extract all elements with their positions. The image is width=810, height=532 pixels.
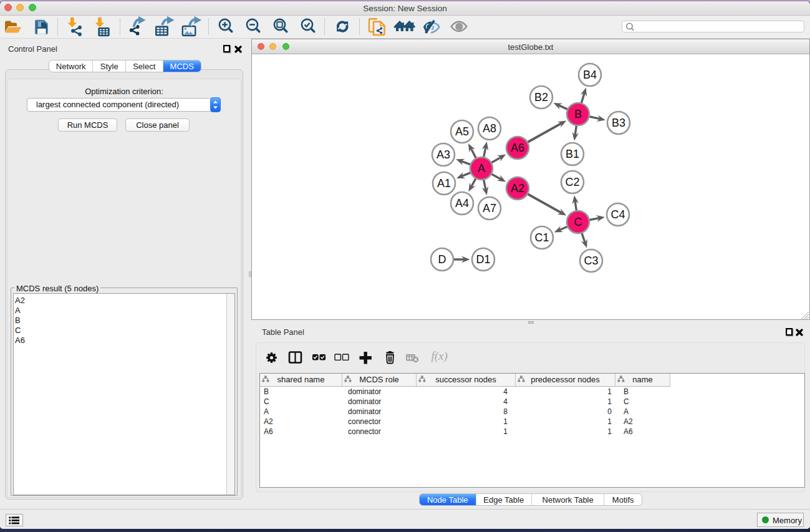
svg-text:C3: C3 [584, 254, 598, 267]
svg-text:A8: A8 [483, 122, 496, 135]
svg-text:A1: A1 [437, 177, 451, 190]
svg-text:A3: A3 [436, 148, 450, 161]
svg-text:C1: C1 [534, 231, 549, 244]
svg-text:A7: A7 [483, 202, 496, 215]
svg-text:C: C [574, 216, 582, 228]
svg-text:C4: C4 [610, 208, 625, 221]
svg-text:A6: A6 [511, 142, 524, 154]
svg-text:f(x): f(x) [432, 349, 448, 363]
svg-text:B3: B3 [612, 117, 625, 129]
svg-text:B1: B1 [566, 148, 579, 160]
svg-text:B2: B2 [534, 91, 548, 104]
svg-text:C2: C2 [565, 176, 579, 188]
svg-text:A5: A5 [455, 125, 469, 138]
svg-text:B: B [574, 108, 582, 120]
svg-text:D: D [438, 253, 446, 266]
svg-text:D1: D1 [476, 253, 490, 266]
svg-text:A2: A2 [511, 182, 524, 195]
svg-text:A: A [478, 162, 485, 175]
svg-text:A4: A4 [455, 197, 469, 210]
svg-text:B4: B4 [583, 69, 597, 81]
